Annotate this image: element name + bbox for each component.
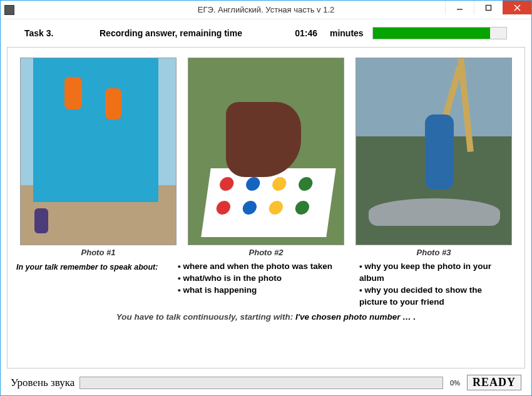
instructions-col-2: why you keep the photo in your album why… <box>354 261 516 308</box>
status-row: Task 3. Recording answer, remaining time… <box>7 24 525 42</box>
bullet: what is happening <box>178 285 349 297</box>
instructions-lead: In your talk remember to speak about: <box>16 261 173 308</box>
instructions-col-1: where and when the photo was taken what/… <box>173 261 354 308</box>
close-button[interactable] <box>503 1 531 14</box>
minimize-button[interactable] <box>445 1 474 14</box>
ready-button[interactable]: READY <box>467 375 521 390</box>
photo-1 <box>20 58 176 245</box>
sound-level-bar <box>79 377 443 389</box>
photo-cell-1: Photo #1 <box>20 58 176 257</box>
photo-3 <box>356 58 512 245</box>
task-label: Task 3. <box>24 28 100 38</box>
window-controls <box>445 1 531 19</box>
progress-bar <box>372 27 507 39</box>
maximize-icon <box>485 4 492 11</box>
app-window: ЕГЭ. Английский. Устная часть v 1.2 Task… <box>0 0 532 396</box>
photo-cell-2: Photo #2 <box>188 58 344 257</box>
continuation-prefix: You have to talk continuously, starting … <box>116 312 295 322</box>
photo-2-caption: Photo #2 <box>249 248 284 257</box>
bullet: why you decided to show the picture to y… <box>359 285 511 308</box>
photo-1-caption: Photo #1 <box>81 248 116 257</box>
bottom-row: Уровень звука 0% READY <box>7 375 525 390</box>
progress-fill <box>373 28 490 39</box>
minutes-label: minutes <box>330 28 364 38</box>
photo-2 <box>188 58 344 245</box>
minimize-icon <box>456 4 463 11</box>
bullet: why you keep the photo in your album <box>359 261 511 285</box>
photo-3-caption: Photo #3 <box>417 248 451 257</box>
app-icon <box>4 5 14 15</box>
bullet: what/who is in the photo <box>178 273 349 285</box>
continuation-line: You have to talk continuously, starting … <box>16 312 516 322</box>
svg-rect-1 <box>486 5 491 10</box>
close-icon <box>514 4 521 11</box>
photo-cell-3: Photo #3 <box>356 58 512 257</box>
content-area: Task 3. Recording answer, remaining time… <box>1 19 531 395</box>
continuation-bold: I've chosen photo number … . <box>295 312 416 322</box>
instructions: In your talk remember to speak about: wh… <box>16 261 516 308</box>
photo-row: Photo #1 <box>16 58 516 257</box>
status-text: Recording answer, remaining time <box>100 28 242 38</box>
sound-level-pct: 0% <box>448 379 462 387</box>
bullet: where and when the photo was taken <box>178 261 349 273</box>
sound-level-label: Уровень звука <box>11 377 74 389</box>
task-panel: Photo #1 <box>7 47 525 368</box>
time-remaining: 01:46 <box>280 28 317 38</box>
maximize-button[interactable] <box>474 1 503 14</box>
titlebar: ЕГЭ. Английский. Устная часть v 1.2 <box>1 1 531 19</box>
